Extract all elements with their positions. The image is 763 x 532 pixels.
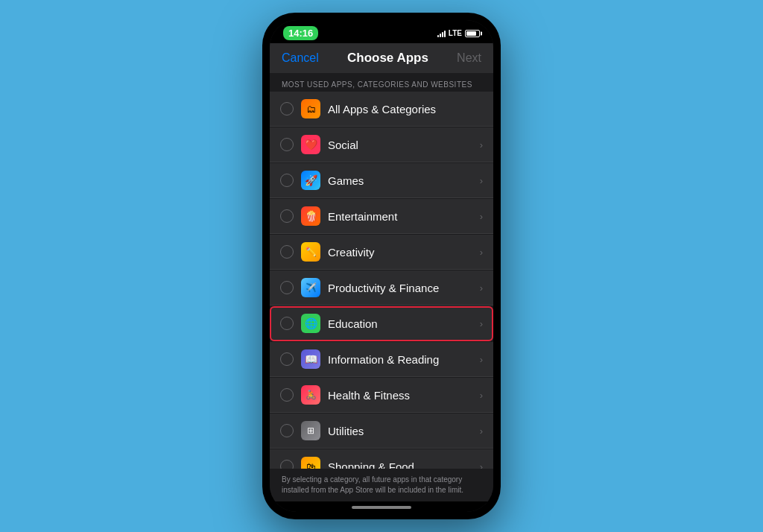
radio-productivity[interactable] (280, 281, 294, 294)
productivity-label: Productivity & Finance (328, 282, 480, 294)
next-button: Next (457, 51, 481, 65)
radio-reading[interactable] (280, 352, 294, 366)
phone-screen: 14:16 LTE Cancel Choose Apps Next MOST (270, 20, 493, 512)
shopping-icon: 🛍 (301, 457, 320, 469)
social-label: Social (328, 139, 480, 151)
fitness-label: Health & Fitness (328, 389, 480, 402)
list-item-utilities[interactable]: ⊞ Utilities › (270, 414, 493, 449)
navigation-bar: Cancel Choose Apps Next (270, 43, 493, 73)
list-item-reading[interactable]: 📖 Information & Reading › (270, 342, 493, 377)
radio-social[interactable] (280, 138, 294, 151)
education-label: Education (328, 317, 480, 330)
chevron-icon: › (480, 354, 483, 365)
utilities-icon: ⊞ (301, 421, 320, 440)
radio-education[interactable] (280, 317, 294, 330)
home-indicator (270, 501, 493, 512)
radio-fitness[interactable] (280, 388, 294, 402)
reading-label: Information & Reading (328, 353, 480, 366)
utilities-label: Utilities (328, 425, 480, 437)
chevron-icon: › (480, 390, 483, 401)
page-title: Choose Apps (347, 51, 428, 66)
chevron-icon: › (480, 318, 483, 329)
chevron-icon: › (480, 425, 483, 437)
lte-label: LTE (449, 29, 462, 37)
chevron-icon: › (480, 461, 483, 469)
all-apps-icon: 🗂 (301, 99, 320, 118)
list-item-games[interactable]: 🚀 Games › (270, 163, 493, 198)
games-icon: 🚀 (301, 171, 320, 190)
status-time: 14:16 (283, 26, 318, 40)
radio-games[interactable] (280, 174, 294, 187)
games-label: Games (328, 174, 480, 187)
entertainment-label: Entertainment (328, 210, 480, 223)
list-item-all-apps[interactable]: 🗂 All Apps & Categories (270, 92, 493, 127)
reading-icon: 📖 (301, 349, 320, 369)
chevron-icon: › (480, 247, 483, 258)
footer-text: By selecting a category, all future apps… (270, 469, 493, 501)
cancel-button[interactable]: Cancel (282, 51, 319, 65)
radio-utilities[interactable] (280, 424, 294, 437)
list-item-social[interactable]: ❤️ Social › (270, 127, 493, 162)
signal-icon (437, 30, 446, 37)
battery-icon (465, 30, 480, 37)
status-icons: LTE (437, 29, 480, 37)
list-item-productivity[interactable]: ✈️ Productivity & Finance › (270, 270, 493, 305)
shopping-label: Shopping & Food (328, 460, 480, 469)
social-icon: ❤️ (301, 135, 320, 154)
productivity-icon: ✈️ (301, 278, 320, 297)
chevron-icon: › (480, 175, 483, 186)
chevron-icon: › (480, 282, 483, 294)
list-item-fitness[interactable]: 🚴 Health & Fitness › (270, 378, 493, 413)
category-list: 🗂 All Apps & Categories ❤️ Social › 🚀 Ga… (270, 92, 493, 469)
radio-creativity[interactable] (280, 245, 294, 259)
education-icon: 🌐 (301, 314, 320, 333)
phone-frame: 14:16 LTE Cancel Choose Apps Next MOST (262, 13, 501, 519)
radio-shopping[interactable] (280, 460, 294, 469)
list-item-shopping[interactable]: 🛍 Shopping & Food › (270, 449, 493, 469)
radio-all-apps[interactable] (280, 102, 294, 115)
chevron-icon: › (480, 139, 483, 151)
creativity-label: Creativity (328, 246, 480, 259)
home-bar (352, 506, 411, 509)
list-item-education[interactable]: 🌐 Education › (270, 306, 493, 341)
radio-entertainment[interactable] (280, 209, 294, 223)
list-item-entertainment[interactable]: 🍿 Entertainment › (270, 199, 493, 234)
status-bar: 14:16 LTE (270, 20, 493, 43)
entertainment-icon: 🍿 (301, 206, 320, 226)
creativity-icon: ✏️ (301, 242, 320, 262)
fitness-icon: 🚴 (301, 385, 320, 405)
chevron-icon: › (480, 211, 483, 222)
section-header: MOST USED APPS, CATEGORIES AND WEBSITES (270, 73, 493, 92)
list-item-creativity[interactable]: ✏️ Creativity › (270, 235, 493, 270)
all-apps-label: All Apps & Categories (328, 103, 483, 115)
